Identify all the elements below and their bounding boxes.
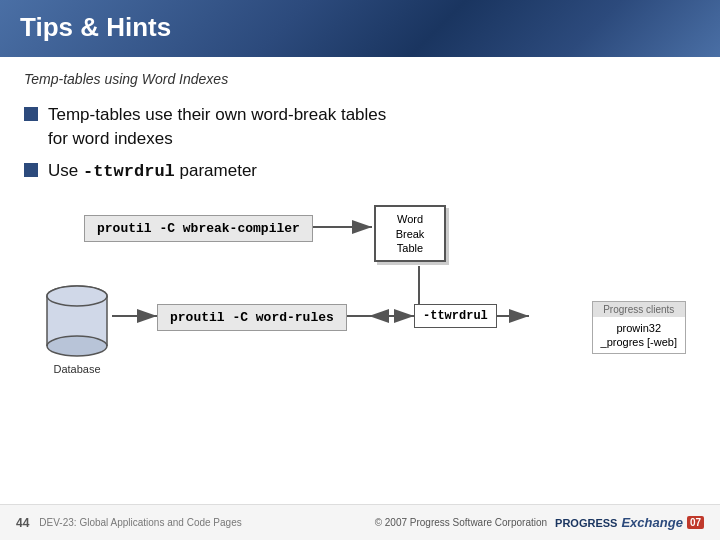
footer: 44 DEV-23: Global Applications and Code … bbox=[0, 504, 720, 540]
footer-right: © 2007 Progress Software Corporation PRO… bbox=[375, 515, 704, 530]
diagram: proutil -C wbreak-compiler WordBreakTabl… bbox=[24, 201, 696, 411]
bullet-item-1: Temp-tables use their own word-break tab… bbox=[24, 103, 696, 151]
progress-client-item-2: _progres [-web] bbox=[601, 335, 677, 349]
subtitle: Temp-tables using Word Indexes bbox=[24, 71, 696, 87]
main-content: Temp-tables using Word Indexes Temp-tabl… bbox=[0, 57, 720, 421]
bullet-square-icon bbox=[24, 107, 38, 121]
footer-copyright: © 2007 Progress Software Corporation bbox=[375, 517, 547, 528]
footer-left: 44 DEV-23: Global Applications and Code … bbox=[16, 516, 242, 530]
cmd2-box: proutil -C word-rules bbox=[157, 304, 347, 331]
page-title: Tips & Hints bbox=[20, 12, 171, 42]
database-label: Database bbox=[42, 363, 112, 375]
logo-exchange: Exchange bbox=[621, 515, 682, 530]
footer-course: DEV-23: Global Applications and Code Pag… bbox=[39, 517, 241, 528]
bullet-text-2: Use -ttwrdrul parameter bbox=[48, 159, 257, 184]
wbt-label: WordBreakTable bbox=[396, 213, 425, 254]
ttwrdrul-code: -ttwrdrul bbox=[83, 162, 175, 181]
svg-point-11 bbox=[47, 286, 107, 306]
bullet-section: Temp-tables use their own word-break tab… bbox=[24, 103, 696, 183]
progress-logo: PROGRESS Exchange 07 bbox=[555, 515, 704, 530]
progress-clients-box: Progress clients prowin32 _progres [-web… bbox=[592, 301, 686, 354]
logo-progress-text: PROGRESS bbox=[555, 517, 617, 529]
progress-client-item-1: prowin32 bbox=[601, 321, 677, 335]
bullet-square-icon-2 bbox=[24, 163, 38, 177]
bullet-text-1: Temp-tables use their own word-break tab… bbox=[48, 103, 386, 151]
logo-version: 07 bbox=[687, 516, 704, 529]
progress-clients-title: Progress clients bbox=[593, 302, 685, 317]
cmd1-box: proutil -C wbreak-compiler bbox=[84, 215, 313, 242]
header: Tips & Hints bbox=[0, 0, 720, 57]
bullet-item-2: Use -ttwrdrul parameter bbox=[24, 159, 696, 184]
svg-point-8 bbox=[47, 336, 107, 356]
wbt-box: WordBreakTable bbox=[374, 205, 446, 262]
ttwrdrul-box: -ttwrdrul bbox=[414, 304, 497, 328]
database-cylinder bbox=[42, 281, 112, 365]
page-number: 44 bbox=[16, 516, 29, 530]
